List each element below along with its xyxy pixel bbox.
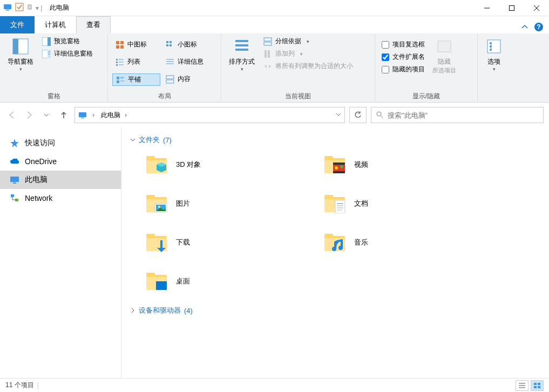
- folder-label: 桌面: [176, 276, 190, 286]
- svg-rect-1: [6, 10, 9, 11]
- window-title: 此电脑: [50, 3, 69, 12]
- breadcrumb-root[interactable]: 此电脑›: [99, 110, 129, 121]
- folder-icon: [144, 268, 170, 294]
- folder-label: 文档: [354, 199, 368, 208]
- chevron-right-icon: [130, 307, 135, 315]
- layout-list[interactable]: 列表: [112, 56, 160, 67]
- folder-label: 音乐: [354, 238, 368, 247]
- group-by-button[interactable]: 分组依据▾: [260, 36, 356, 47]
- svg-rect-48: [268, 50, 270, 58]
- layout-tiles[interactable]: 平铺: [112, 73, 160, 86]
- hide-selected-button[interactable]: 隐藏 所选项目: [429, 36, 459, 77]
- tab-view[interactable]: 查看: [76, 16, 111, 33]
- folder-item[interactable]: 视频: [319, 149, 486, 180]
- forward-button[interactable]: [23, 109, 36, 121]
- svg-rect-25: [170, 44, 172, 46]
- folder-icon: [144, 152, 170, 178]
- svg-rect-66: [333, 171, 345, 173]
- show-hide-group-label: 显示/隐藏: [379, 91, 473, 101]
- svg-rect-49: [438, 41, 451, 52]
- options-button[interactable]: 选项 ▾: [482, 36, 506, 74]
- view-large-icons-button[interactable]: [531, 380, 544, 391]
- svg-rect-41: [166, 80, 174, 83]
- address-bar[interactable]: › 此电脑›: [74, 107, 345, 123]
- item-checkboxes-toggle[interactable]: 项目复选框: [379, 39, 427, 50]
- svg-line-57: [381, 116, 383, 118]
- svg-rect-82: [538, 383, 540, 385]
- back-button[interactable]: [5, 109, 18, 121]
- svg-rect-24: [166, 44, 168, 46]
- sidebar-this-pc[interactable]: 此电脑: [0, 171, 121, 189]
- svg-rect-55: [81, 118, 84, 118]
- add-columns-button[interactable]: 添加列▾: [260, 48, 356, 59]
- svg-rect-28: [116, 62, 118, 63]
- chevron-down-icon: [130, 136, 135, 144]
- statusbar: 11 个项目 |: [0, 378, 549, 392]
- svg-rect-2: [16, 3, 23, 11]
- svg-point-52: [490, 45, 492, 48]
- details-pane-button[interactable]: 详细信息窗格: [39, 48, 96, 59]
- svg-rect-84: [538, 386, 540, 388]
- group-devices-header[interactable]: 设备和驱动器 (4): [130, 303, 540, 320]
- minimize-button[interactable]: [475, 0, 499, 16]
- svg-rect-43: [235, 44, 248, 46]
- folder-item[interactable]: 下载: [141, 227, 308, 258]
- breadcrumb-separator[interactable]: ›: [90, 110, 97, 120]
- layout-small-icons[interactable]: 小图标: [162, 39, 217, 50]
- svg-rect-22: [166, 41, 168, 43]
- help-icon[interactable]: ?: [534, 22, 544, 33]
- maximize-button[interactable]: [499, 0, 524, 16]
- preview-pane-button[interactable]: 预览窗格: [39, 36, 96, 47]
- layout-details[interactable]: 详细信息: [162, 56, 217, 67]
- sidebar-onedrive[interactable]: OneDrive: [0, 152, 121, 171]
- svg-rect-23: [170, 41, 172, 43]
- recent-dropdown[interactable]: [40, 109, 53, 121]
- folder-icon: [322, 191, 348, 217]
- close-button[interactable]: [524, 0, 549, 16]
- content-area: 文件夹 (7) 3D 对象视频图片文档下载音乐桌面 设备和驱动器 (4): [121, 127, 549, 378]
- search-bar[interactable]: [371, 107, 544, 123]
- folder-item[interactable]: 音乐: [319, 227, 486, 258]
- svg-rect-21: [120, 45, 124, 49]
- ribbon: 导航窗格 ▾ 预览窗格 详细信息窗格 窗格 中图标 小图标 列表 详细信息 平: [0, 33, 549, 103]
- group-folders-header[interactable]: 文件夹 (7): [130, 133, 540, 149]
- layout-group-label: 布局: [112, 91, 216, 101]
- svg-rect-81: [534, 383, 537, 385]
- qat-dropdown-icon[interactable]: [27, 3, 32, 13]
- sort-by-button[interactable]: 排序方式 ▾: [226, 36, 258, 74]
- svg-rect-19: [120, 41, 124, 44]
- folder-item[interactable]: 桌面: [141, 266, 308, 297]
- sidebar-network[interactable]: Network: [0, 189, 121, 207]
- layout-medium-icons[interactable]: 中图标: [112, 39, 160, 50]
- svg-rect-50: [487, 40, 500, 53]
- qat-separator: ▾ |: [36, 4, 42, 12]
- layout-content[interactable]: 内容: [162, 73, 217, 85]
- folder-item[interactable]: 图片: [141, 188, 308, 219]
- up-button[interactable]: [57, 109, 70, 121]
- file-extensions-toggle[interactable]: 文件扩展名: [379, 51, 427, 63]
- collapse-ribbon-icon[interactable]: [521, 23, 528, 32]
- computer-icon: [10, 175, 19, 185]
- folder-item[interactable]: 文档: [319, 188, 486, 219]
- sidebar-quick-access[interactable]: 快速访问: [0, 134, 121, 152]
- folder-item[interactable]: 3D 对象: [141, 149, 308, 180]
- current-view-group-label: 当前视图: [226, 91, 370, 101]
- svg-rect-30: [116, 64, 118, 66]
- address-dropdown-icon[interactable]: [336, 111, 341, 119]
- refresh-button[interactable]: [349, 107, 367, 123]
- view-details-button[interactable]: [516, 380, 528, 391]
- folder-label: 3D 对象: [176, 160, 201, 170]
- tab-computer[interactable]: 计算机: [35, 16, 76, 33]
- folder-icon: [322, 229, 348, 255]
- qat-open-icon[interactable]: [15, 3, 24, 13]
- svg-rect-20: [116, 45, 119, 49]
- svg-rect-40: [166, 76, 174, 79]
- tab-file[interactable]: 文件: [0, 16, 35, 33]
- svg-point-56: [377, 112, 381, 116]
- svg-rect-18: [116, 41, 119, 44]
- svg-rect-65: [333, 163, 345, 165]
- autosize-columns-button[interactable]: 将所有列调整为合适的大小: [260, 60, 356, 72]
- hidden-items-toggle[interactable]: 隐藏的项目: [379, 64, 427, 75]
- nav-pane-button[interactable]: 导航窗格 ▾: [4, 36, 37, 74]
- search-input[interactable]: [388, 111, 539, 119]
